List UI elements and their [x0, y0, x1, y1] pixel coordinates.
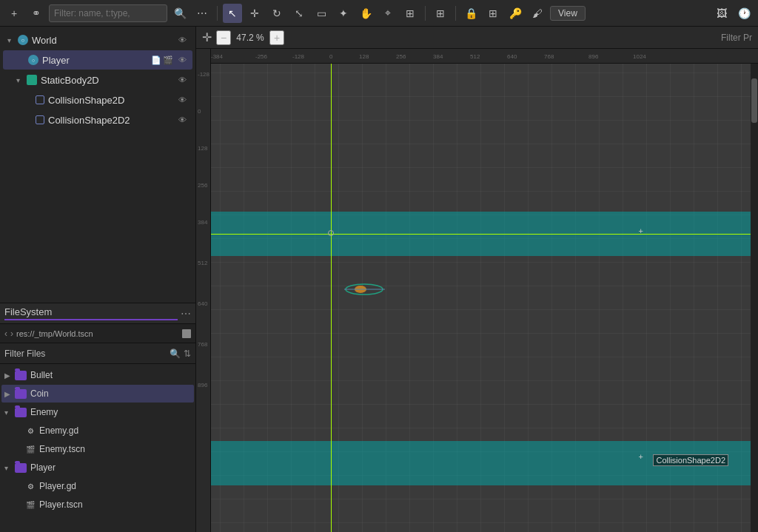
fs-search-icon[interactable]: 🔍 [170, 349, 181, 359]
viewport-canvas[interactable]: -384 -256 -128 0 128 256 384 512 640 768… [196, 49, 758, 532]
fs-path-text: res://_tmp/World.tscn [16, 329, 93, 338]
ruler-num-384: 384 [433, 53, 443, 60]
pivot-tool-button[interactable]: ✦ [334, 4, 353, 23]
player-eye-icon[interactable]: 👁 [176, 54, 188, 66]
world-eye-icon[interactable]: 👁 [176, 34, 188, 46]
fs-item-player-tscn[interactable]: 🎬 Player.tscn [1, 496, 194, 514]
enemy-arrow: ▾ [4, 408, 15, 417]
collision1-node-icon [36, 95, 44, 104]
anchor-tool-button[interactable]: ⌖ [378, 4, 398, 23]
fs-item-enemy-tscn[interactable]: 🎬 Enemy.tscn [1, 440, 194, 458]
separator-1 [217, 6, 218, 21]
hand-tool-button[interactable]: ✋ [356, 4, 375, 23]
image-icon-button[interactable]: 🖼 [712, 4, 731, 23]
add-button[interactable]: + [4, 4, 24, 23]
filter-input[interactable] [49, 4, 167, 22]
fs-title: FileSystem [4, 306, 178, 320]
player-gd-icon: ⚙ [25, 481, 36, 491]
crosshair-vertical [331, 64, 332, 532]
fs-item-coin[interactable]: ▶ Coin [1, 385, 194, 403]
ruler-num-v-0: 0 [198, 108, 201, 115]
crosshair-horizontal [211, 234, 758, 235]
world-arrow: ▾ [7, 36, 18, 44]
tree-item-world[interactable]: ▾ ○ World 👁 [3, 30, 192, 50]
tree-item-player[interactable]: ○ Player 📄 🎬 👁 [3, 50, 192, 70]
view-button[interactable]: View [550, 6, 586, 21]
fs-filter-bar: Filter Files 🔍 ⇅ [0, 343, 195, 364]
fs-path-bar: ‹ › res://_tmp/World.tscn [0, 324, 195, 343]
player-sprite[interactable] [344, 282, 385, 297]
tree-item-staticbody2d[interactable]: ▾ StaticBody2D 👁 [3, 70, 192, 90]
collision2-eye-icon[interactable]: 👁 [176, 114, 188, 126]
select-tool-button[interactable]: ↖ [223, 4, 242, 23]
ruler-num-v-768: 768 [198, 341, 207, 348]
scale-tool-button[interactable]: ⤡ [289, 4, 309, 23]
zoom-out-button[interactable]: − [216, 30, 231, 45]
coin-label: Coin [30, 388, 49, 399]
collision2-label: CollisionShape2D2 [48, 115, 175, 126]
ruler-num-768: 768 [544, 53, 554, 60]
player-folder-arrow: ▾ [4, 464, 15, 472]
bone-tool-button[interactable]: ⊞ [400, 4, 420, 23]
left-panel: ▾ ○ World 👁 ○ Player 📄 🎬 👁 ▾ [0, 27, 196, 532]
more-options-button[interactable]: ⋯ [192, 4, 212, 23]
group-button[interactable]: ⊞ [483, 4, 503, 23]
player-folder-icon [15, 463, 27, 473]
scrollbar-vertical[interactable] [751, 64, 758, 532]
collision1-label: CollisionShape2D [48, 95, 175, 106]
staticbody-eye-icon[interactable]: 👁 [176, 74, 188, 86]
bullet-folder-icon [15, 371, 27, 380]
fs-more-button[interactable]: ⋯ [181, 308, 191, 320]
filesystem-panel: FileSystem ⋯ ‹ › res://_tmp/World.tscn F… [0, 303, 195, 532]
ruler-num-512: 512 [470, 53, 480, 60]
world-label: World [32, 35, 175, 46]
move-tool-button[interactable]: ✛ [245, 4, 264, 23]
player-folder-label: Player [30, 462, 56, 473]
filter-search-icon[interactable]: 🔍 [170, 4, 190, 23]
viewport-area: ✛ − 47.2 % + Filter Pr -384 -256 -128 0 … [196, 27, 758, 532]
ruler-num-v-512: 512 [198, 260, 207, 266]
shape-cross-bottom: + [639, 452, 643, 461]
top-toolbar: + ⚭ 🔍 ⋯ ↖ ✛ ↻ ⤡ ▭ ✦ ✋ ⌖ ⊞ ⊞ 🔒 ⊞ 🔑 🖌 View… [0, 0, 758, 27]
fs-item-player-folder[interactable]: ▾ Player [1, 459, 194, 477]
player-script-icon: 📄 [151, 55, 161, 65]
player-gd-label: Player.gd [39, 481, 76, 491]
ruler-num--256: -256 [255, 53, 267, 60]
collision1-eye-icon[interactable]: 👁 [176, 94, 188, 106]
zoom-value: 47.2 % [235, 33, 265, 43]
nav-prev-button[interactable]: ‹ [4, 329, 7, 339]
rotate-tool-button[interactable]: ↻ [267, 4, 286, 23]
key-button[interactable]: 🔑 [506, 4, 525, 23]
nav-next-button[interactable]: › [10, 329, 13, 339]
ruler-num-1024: 1024 [633, 53, 646, 60]
scrollbar-thumb[interactable] [751, 78, 757, 123]
filter-pr-label: Filter Pr [721, 33, 752, 43]
player-tscn-label: Player.tscn [39, 499, 83, 510]
ruler-num-0: 0 [329, 53, 332, 60]
rect-tool-button[interactable]: ▭ [312, 4, 331, 23]
fs-item-player-gd[interactable]: ⚙ Player.gd [1, 477, 194, 495]
tree-item-collisionshape2d2[interactable]: CollisionShape2D2 👁 [3, 110, 192, 129]
enemy-gd-icon: ⚙ [25, 425, 36, 436]
ruler-nums-left: -128 0 128 256 384 512 640 768 896 [196, 64, 211, 532]
fs-item-enemy-gd[interactable]: ⚙ Enemy.gd [1, 422, 194, 440]
history-icon-button[interactable]: 🕐 [734, 4, 754, 23]
ruler-left: -128 0 128 256 384 512 640 768 896 [196, 49, 211, 532]
ruler-num-v-256: 256 [198, 182, 207, 189]
tree-item-collisionshape2d[interactable]: CollisionShape2D 👁 [3, 90, 192, 110]
bullet-label: Bullet [30, 370, 53, 380]
top-right-icons: 🖼 🕐 [712, 4, 754, 23]
lock-button[interactable]: 🔒 [461, 4, 480, 23]
ruler-num-256: 256 [396, 53, 406, 60]
snap-button[interactable]: ⊞ [431, 4, 450, 23]
link-button[interactable]: ⚭ [27, 4, 46, 23]
fs-item-bullet[interactable]: ▶ Bullet [1, 366, 194, 384]
separator-2 [425, 6, 426, 21]
staticbody-arrow: ▾ [16, 76, 27, 84]
ruler-num--384: -384 [211, 53, 223, 60]
paint-button[interactable]: 🖌 [528, 4, 547, 23]
coin-folder-icon [15, 389, 27, 399]
zoom-in-button[interactable]: + [269, 30, 284, 45]
fs-sort-icon[interactable]: ⇅ [184, 349, 191, 359]
fs-item-enemy[interactable]: ▾ Enemy [1, 403, 194, 421]
